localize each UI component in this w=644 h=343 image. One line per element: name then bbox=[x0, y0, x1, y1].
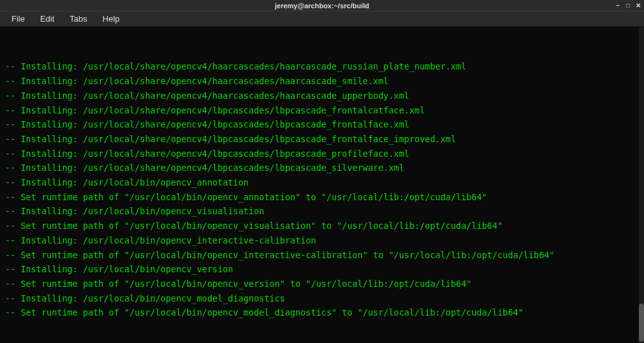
minimize-icon[interactable]: – bbox=[615, 3, 621, 9]
terminal-line: -- Set runtime path of "/usr/local/bin/o… bbox=[5, 190, 639, 205]
scrollbar-thumb[interactable] bbox=[639, 303, 644, 342]
terminal-line: -- Installing: /usr/local/bin/opencv_ver… bbox=[5, 262, 639, 277]
terminal-line: -- Installing: /usr/local/share/opencv4/… bbox=[5, 59, 639, 74]
terminal-line: -- Installing: /usr/local/share/opencv4/… bbox=[5, 147, 639, 161]
terminal-line: -- Installing: /usr/local/share/opencv4/… bbox=[5, 89, 639, 103]
terminal-line: -- Installing: /usr/local/share/opencv4/… bbox=[5, 132, 639, 147]
terminal-output: -- Installing: /usr/local/share/opencv4/… bbox=[5, 59, 639, 320]
menu-file[interactable]: File bbox=[5, 12, 31, 26]
menu-tabs[interactable]: Tabs bbox=[63, 12, 93, 26]
terminal-viewport[interactable]: -- Installing: /usr/local/share/opencv4/… bbox=[0, 27, 644, 343]
window-controls: – □ ✕ bbox=[615, 3, 641, 9]
maximize-icon[interactable]: □ bbox=[625, 3, 631, 9]
terminal-line: -- Installing: /usr/local/share/opencv4/… bbox=[5, 117, 639, 132]
terminal-line: -- Installing: /usr/local/share/opencv4/… bbox=[5, 74, 639, 89]
terminal-line: -- Installing: /usr/local/bin/opencv_vis… bbox=[5, 204, 639, 219]
terminal-line: -- Installing: /usr/local/bin/opencv_ann… bbox=[5, 175, 639, 190]
menubar: File Edit Tabs Help bbox=[0, 11, 644, 27]
close-icon[interactable]: ✕ bbox=[635, 3, 641, 9]
terminal-line: -- Installing: /usr/local/share/opencv4/… bbox=[5, 103, 639, 118]
terminal-line: -- Set runtime path of "/usr/local/bin/o… bbox=[5, 248, 639, 263]
window-titlebar: jeremy@archbox:~/src/build – □ ✕ bbox=[0, 0, 644, 11]
terminal-line: -- Set runtime path of "/usr/local/bin/o… bbox=[5, 219, 639, 233]
terminal-line: -- Installing: /usr/local/share/opencv4/… bbox=[5, 161, 639, 175]
scrollbar-track[interactable] bbox=[639, 27, 644, 343]
terminal-line: -- Set runtime path of "/usr/local/bin/o… bbox=[5, 305, 639, 320]
menu-help[interactable]: Help bbox=[96, 12, 126, 26]
menu-edit[interactable]: Edit bbox=[34, 12, 61, 26]
terminal-line: -- Installing: /usr/local/bin/opencv_int… bbox=[5, 233, 639, 248]
terminal-line: -- Set runtime path of "/usr/local/bin/o… bbox=[5, 277, 639, 291]
terminal-line: -- Installing: /usr/local/bin/opencv_mod… bbox=[5, 291, 639, 306]
window-title: jeremy@archbox:~/src/build bbox=[275, 2, 369, 10]
